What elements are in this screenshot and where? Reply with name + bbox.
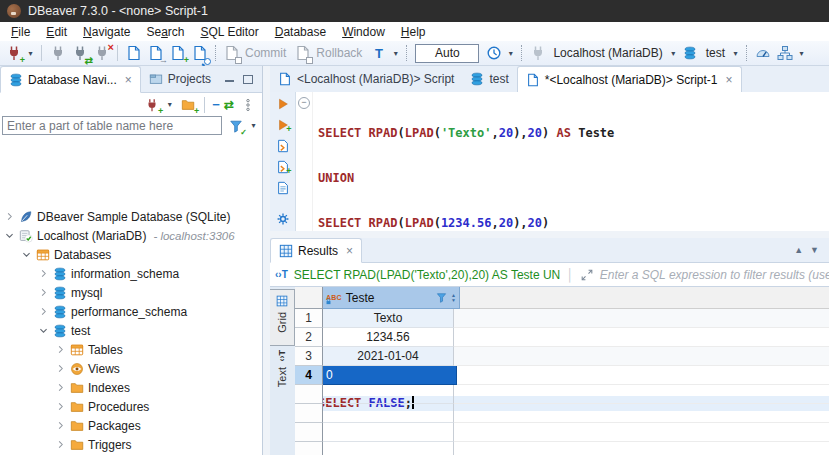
close-icon[interactable]: × <box>725 73 732 87</box>
tab-script[interactable]: <Localhost (MariaDB)> Script <box>270 66 462 92</box>
filter-settings-button[interactable]: ✓ <box>226 116 245 135</box>
commit-mode-combo[interactable]: Auto <box>415 44 479 63</box>
chevron-right-icon[interactable] <box>55 344 66 355</box>
close-icon[interactable]: × <box>125 73 132 87</box>
column-header-teste[interactable]: ABC Teste ▲▼ <box>323 287 460 309</box>
editor-results-splitter[interactable] <box>270 231 829 238</box>
tree-item-mysql[interactable]: mysql <box>0 283 262 302</box>
connection-dropdown-icon[interactable]: ▾ <box>669 49 678 58</box>
active-connection-label[interactable]: Localhost (MariaDB) <box>553 46 662 60</box>
view-menu-icon[interactable] <box>238 95 257 114</box>
commit-label[interactable]: Commit <box>245 46 286 60</box>
results-filter-input[interactable]: Enter a SQL expression to filter results… <box>600 268 829 282</box>
tree-item-indexes[interactable]: Indexes <box>0 378 262 397</box>
minimize-down-icon[interactable]: ▼ <box>810 245 819 255</box>
rollback-label[interactable]: Rollback <box>316 46 362 60</box>
chevron-right-icon[interactable] <box>55 439 66 450</box>
chevron-right-icon[interactable] <box>55 382 66 393</box>
table-row-empty[interactable] <box>295 404 829 423</box>
commit-button[interactable] <box>222 44 241 63</box>
open-sql-editor-button[interactable]: → <box>146 44 165 63</box>
new-connection-dropdown-icon[interactable]: ▾ <box>26 49 35 58</box>
new-sql-script-button[interactable]: + <box>168 44 187 63</box>
execute-statement-button[interactable] <box>276 97 290 111</box>
tree-item-procedures[interactable]: Procedures <box>0 397 262 416</box>
reconnect-button[interactable]: ⇄ <box>70 44 89 63</box>
panel-splitter[interactable] <box>263 66 270 455</box>
chevron-down-icon[interactable] <box>38 325 49 336</box>
tree-item-test[interactable]: test <box>0 321 262 340</box>
active-database-label[interactable]: test <box>706 46 725 60</box>
tab-text-view[interactable]: ‹›T Text <box>270 345 294 400</box>
nav-new-connection-dropdown-icon[interactable]: ▾ <box>165 100 174 109</box>
tree-item-performance-schema[interactable]: performance_schema <box>0 302 262 321</box>
new-connection-button[interactable]: + <box>4 44 23 63</box>
menu-sql-editor[interactable]: SQL Editor <box>192 23 266 41</box>
transaction-mode-button[interactable]: T <box>369 44 388 63</box>
table-row-selected[interactable]: 4 0 <box>295 366 829 385</box>
tab-database-navigator[interactable]: Database Navi... × <box>0 66 141 93</box>
menu-edit[interactable]: Edit <box>38 23 75 41</box>
editor-settings-button[interactable] <box>276 212 290 226</box>
table-row-empty[interactable] <box>295 423 829 442</box>
table-row-empty[interactable] <box>295 442 829 455</box>
maximize-up-icon[interactable]: ▲ <box>794 245 803 255</box>
chevron-right-icon[interactable] <box>38 287 49 298</box>
sql-code-area[interactable]: SELECT RPAD(LPAD('Texto',20),20) AS Test… <box>313 96 829 231</box>
tree-item-views[interactable]: Views <box>0 359 262 378</box>
explain-plan-button[interactable] <box>276 181 290 195</box>
cell-teste[interactable]: 1234.56 <box>323 328 454 347</box>
chevron-right-icon[interactable] <box>55 401 66 412</box>
chevron-right-icon[interactable] <box>38 306 49 317</box>
chevron-right-icon[interactable] <box>4 211 15 222</box>
database-dropdown-icon[interactable]: ▾ <box>731 49 740 58</box>
table-row[interactable]: 1 Texto <box>295 309 829 328</box>
filter-dropdown-icon[interactable]: ▾ <box>249 121 258 130</box>
tab-projects[interactable]: Projects <box>141 66 219 92</box>
tab-test-database[interactable]: test <box>462 66 516 92</box>
row-number[interactable]: 1 <box>295 309 323 328</box>
toolbar-overflow-icon[interactable]: ▾ <box>797 49 806 58</box>
sort-icons[interactable]: ▲▼ <box>451 293 456 303</box>
menu-database[interactable]: Database <box>267 23 334 41</box>
close-icon[interactable]: × <box>346 244 353 258</box>
tree-item-tables[interactable]: Tables <box>0 340 262 359</box>
expand-filter-icon[interactable] <box>580 268 594 282</box>
menu-navigate[interactable]: Navigate <box>75 23 138 41</box>
table-row-empty[interactable] <box>295 385 829 404</box>
chevron-right-icon[interactable] <box>38 268 49 279</box>
column-filter-icon[interactable] <box>436 292 447 303</box>
cell-teste[interactable]: Texto <box>323 309 454 328</box>
dashboard-button[interactable] <box>753 44 772 63</box>
tab-script-1[interactable]: *<Localhost (MariaDB)> Script-1 × <box>517 66 742 93</box>
table-row[interactable]: 2 1234.56 <box>295 328 829 347</box>
disconnect-button[interactable]: × <box>92 44 111 63</box>
chevron-down-icon[interactable] <box>21 249 32 260</box>
row-number[interactable]: 4 <box>295 366 323 385</box>
chevron-right-icon[interactable] <box>55 363 66 374</box>
tree-item-packages[interactable]: Packages <box>0 416 262 435</box>
minimize-icon[interactable] <box>225 77 234 82</box>
menu-window[interactable]: Window <box>334 23 393 41</box>
rollback-button[interactable] <box>293 44 312 63</box>
cell-teste[interactable]: 2021-01-04 <box>323 347 454 366</box>
cell-teste-selected[interactable]: 0 <box>323 366 457 385</box>
execute-script-new-tab-button[interactable]: + <box>276 160 290 174</box>
nav-new-connection-button[interactable]: + <box>142 95 161 114</box>
row-number[interactable]: 3 <box>295 347 323 366</box>
new-folder-button[interactable]: + <box>178 95 197 114</box>
transaction-log-dropdown-icon[interactable]: ▾ <box>506 49 515 58</box>
table-filter-input[interactable]: Enter a part of table name here <box>2 116 222 135</box>
new-sql-editor-button[interactable] <box>124 44 143 63</box>
link-with-editor-icon[interactable]: ⇄ <box>224 98 234 112</box>
recent-sql-editor-button[interactable] <box>190 44 209 63</box>
tree-item-triggers[interactable]: Triggers <box>0 435 262 454</box>
fold-collapse-icon[interactable]: − <box>298 97 310 109</box>
chevron-right-icon[interactable] <box>55 420 66 431</box>
connect-button[interactable] <box>48 44 67 63</box>
grid-corner-cell[interactable] <box>295 287 323 309</box>
tab-results[interactable]: Results × <box>270 238 362 263</box>
tasks-button[interactable] <box>775 44 794 63</box>
collapse-all-icon[interactable]: − <box>212 98 220 111</box>
tree-item-dbeaver-sample-database[interactable]: DBeaver Sample Database (SQLite) <box>0 207 262 226</box>
